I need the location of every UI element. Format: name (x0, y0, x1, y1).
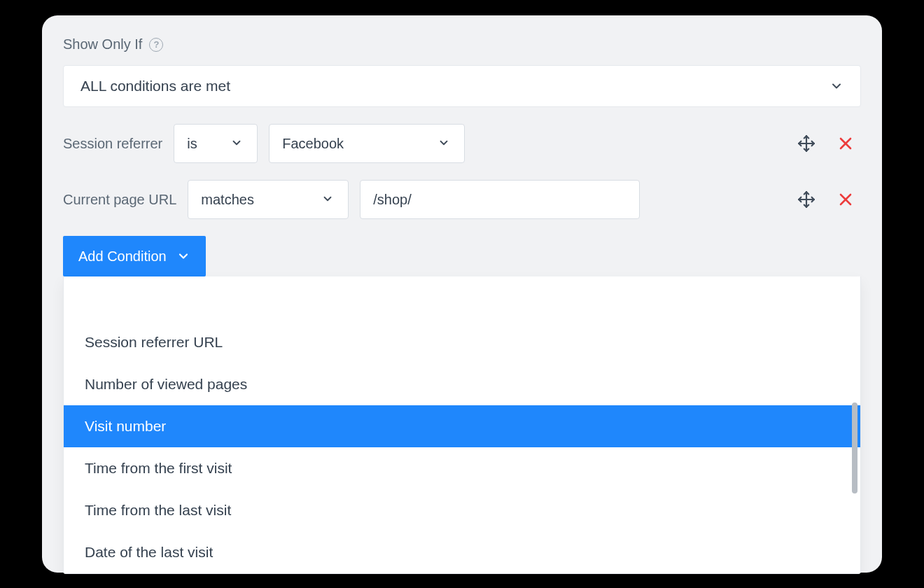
section-title-row: Show Only If ? (63, 36, 861, 52)
scrollbar[interactable] (852, 402, 858, 493)
remove-icon[interactable] (836, 190, 855, 209)
move-icon[interactable] (797, 190, 816, 209)
condition-mode-select[interactable]: ALL conditions are met (63, 65, 861, 107)
dropdown-item-label: Visit number (85, 418, 166, 435)
condition-row: Current page URL matches /shop/ (63, 180, 861, 219)
condition-field-label: Session referrer (63, 136, 162, 152)
value-select-value: Facebook (282, 136, 344, 152)
chevron-down-icon (830, 79, 844, 93)
dropdown-item[interactable]: Session referrer URL (64, 321, 860, 363)
add-condition-button[interactable]: Add Condition (63, 236, 206, 276)
move-icon[interactable] (797, 134, 816, 153)
value-input-value: /shop/ (373, 192, 411, 208)
dropdown-item-label: Number of viewed pages (85, 376, 247, 393)
dropdown-item[interactable]: Time from the last visit (64, 489, 860, 531)
help-icon[interactable]: ? (149, 38, 163, 52)
operator-select[interactable]: matches (188, 180, 349, 219)
dropdown-item-label: Time from the last visit (85, 502, 231, 519)
section-title: Show Only If (63, 36, 142, 52)
dropdown-item[interactable]: Time from the first visit (64, 447, 860, 489)
conditions-panel: Show Only If ? ALL conditions are met Se… (42, 15, 882, 573)
dropdown-item-label: Date of the last visit (85, 544, 213, 561)
condition-mode-value: ALL conditions are met (80, 78, 230, 94)
row-actions (797, 190, 861, 209)
chevron-down-icon (230, 136, 244, 150)
dropdown-item-label: Session referrer URL (85, 334, 223, 351)
dropdown-item[interactable]: Number of viewed pages (64, 363, 860, 405)
remove-icon[interactable] (836, 134, 855, 153)
chevron-down-icon (438, 136, 451, 150)
dropdown-item[interactable]: Date of the last visit (64, 531, 860, 573)
row-actions (797, 134, 861, 153)
operator-value: matches (201, 192, 254, 208)
dropdown-spacer (64, 276, 860, 321)
add-condition-label: Add Condition (78, 248, 167, 265)
chevron-down-icon (176, 249, 190, 263)
operator-select[interactable]: is (174, 124, 258, 163)
value-select[interactable]: Facebook (269, 124, 465, 163)
operator-value: is (187, 136, 197, 152)
chevron-down-icon (321, 192, 335, 206)
value-input[interactable]: /shop/ (360, 180, 640, 219)
add-condition-wrap: Add Condition Session referrer URL Numbe… (63, 219, 861, 574)
condition-row: Session referrer is Facebook (63, 124, 861, 163)
dropdown-item[interactable]: Visit number (64, 405, 860, 447)
add-condition-dropdown: Session referrer URL Number of viewed pa… (63, 276, 861, 574)
condition-field-label: Current page URL (63, 192, 176, 208)
dropdown-item-label: Time from the first visit (85, 460, 232, 477)
